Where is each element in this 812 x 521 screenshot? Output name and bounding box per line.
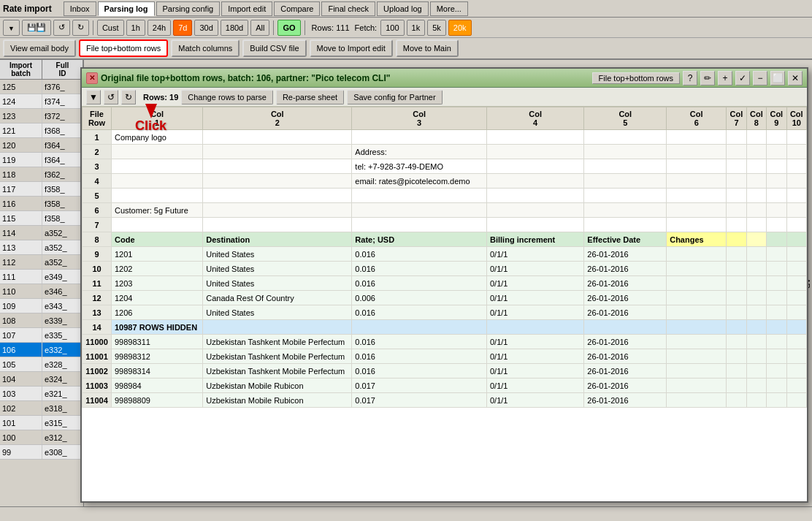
- filter-icon-btn[interactable]: [3, 20, 20, 36]
- modal-overlay: ✕ Original file top+bottom rows, batch: …: [0, 60, 812, 506]
- file-top-bottom-rows-btn[interactable]: File top+bottom rows: [79, 39, 168, 57]
- modal-minus-btn[interactable]: −: [753, 71, 767, 85]
- col8-header: Col8: [746, 107, 766, 130]
- save-btn[interactable]: 💾: [22, 20, 51, 36]
- table-cell: [767, 145, 786, 159]
- modal-x-btn[interactable]: ✕: [788, 71, 803, 85]
- all-btn[interactable]: All: [250, 20, 269, 36]
- table-cell: 99898311: [112, 335, 203, 349]
- 1h-btn[interactable]: 1h: [126, 20, 145, 36]
- table-cell: [584, 130, 667, 145]
- tab-more[interactable]: More...: [430, 1, 468, 16]
- modal-file-btn[interactable]: File top+bottom rows: [592, 72, 680, 84]
- 7d-btn[interactable]: 7d: [173, 20, 192, 36]
- table-cell: 99898312: [112, 349, 203, 364]
- table-cell: 99898314: [112, 364, 203, 379]
- table-cell: [746, 262, 766, 276]
- table-cell: Destination: [203, 232, 352, 247]
- click-text: Click: [135, 118, 166, 134]
- table-cell: [746, 379, 766, 393]
- 30d-btn[interactable]: 30d: [194, 20, 218, 36]
- table-cell: [767, 262, 786, 276]
- table-cell: [746, 247, 766, 262]
- refresh1-btn[interactable]: ↺: [53, 20, 70, 36]
- table-cell: [727, 320, 746, 335]
- col5-header: Col5: [584, 107, 667, 130]
- refresh2-btn[interactable]: ↻: [72, 20, 89, 36]
- table-cell: [112, 189, 203, 203]
- table-cell: [746, 232, 766, 247]
- table-cell: [767, 393, 786, 408]
- build-csv-file-btn[interactable]: Build CSV file: [242, 39, 306, 57]
- tab-parsing-log[interactable]: Parsing log: [98, 1, 155, 16]
- table-cell: 0/1/1: [487, 393, 584, 408]
- view-email-body-btn[interactable]: View email body: [3, 39, 76, 57]
- tab-inbox[interactable]: Inbox: [64, 1, 96, 16]
- tab-compare[interactable]: Compare: [274, 1, 320, 16]
- modal-close-button[interactable]: ✕: [86, 72, 98, 84]
- move-to-import-edit-btn[interactable]: Move to Import edit: [310, 39, 393, 57]
- table-cell: [767, 320, 786, 335]
- table-cell: [352, 130, 487, 145]
- 180d-btn[interactable]: 180d: [221, 20, 248, 36]
- modal-refresh2-btn[interactable]: ↻: [121, 90, 136, 104]
- table-cell: [767, 218, 786, 232]
- tab-final-check[interactable]: Final check: [321, 1, 375, 16]
- table-cell: [786, 145, 806, 159]
- table-cell: [767, 379, 786, 393]
- fetch-5k-btn[interactable]: 5k: [427, 20, 446, 36]
- table-cell: [203, 159, 352, 174]
- modal-table-container[interactable]: FileRow Col1 Col2 Col3 Col4 Col5 Col6 Co…: [82, 107, 807, 501]
- fetch-100-btn[interactable]: 100: [380, 20, 404, 36]
- table-row: 131206United States0.0160/1/126-01-2016: [83, 305, 807, 320]
- refresh2-icon: ↻: [77, 23, 84, 32]
- table-cell: [667, 305, 727, 320]
- fetch-1k-btn[interactable]: 1k: [407, 20, 426, 36]
- table-row: 1410987 ROWS HIDDEN: [83, 320, 807, 335]
- table-cell: United States: [203, 247, 352, 262]
- table-cell: [727, 247, 746, 262]
- table-row: 1100299898314Uzbekistan Tashkent Mobile …: [83, 364, 807, 379]
- table-cell: [746, 159, 766, 174]
- table-cell: 0.016: [352, 276, 487, 291]
- row-number-cell: 1: [83, 130, 112, 145]
- table-row: 111203United States0.0160/1/126-01-2016: [83, 276, 807, 291]
- file-row-header: FileRow: [83, 107, 112, 130]
- change-rows-btn[interactable]: Change rows to parse: [181, 90, 273, 104]
- table-cell: [667, 159, 727, 174]
- table-cell: [727, 364, 746, 379]
- modal-filter-btn[interactable]: ▼: [86, 90, 101, 104]
- table-cell: 0.017: [352, 379, 487, 393]
- modal-window-btn[interactable]: ⬜: [770, 71, 785, 85]
- modal-plus-btn[interactable]: +: [718, 71, 732, 85]
- table-cell: [786, 130, 806, 145]
- tab-parsing-config[interactable]: Parsing config: [156, 1, 221, 16]
- table-cell: [727, 159, 746, 174]
- table-cell: [487, 174, 584, 189]
- tab-import-edit[interactable]: Import edit: [221, 1, 272, 16]
- table-cell: [746, 203, 766, 218]
- modal-question-btn[interactable]: ?: [683, 71, 697, 85]
- match-columns-btn[interactable]: Match columns: [171, 39, 240, 57]
- table-cell: [767, 247, 786, 262]
- reparse-sheet-btn[interactable]: Re-parse sheet: [276, 90, 344, 104]
- table-row: 91201United States0.0160/1/126-01-2016: [83, 247, 807, 262]
- modal-refresh1-btn[interactable]: ↺: [104, 90, 118, 104]
- table-cell: 99898809: [112, 393, 203, 408]
- go-button[interactable]: GO: [277, 20, 300, 36]
- table-cell: [112, 218, 203, 232]
- move-to-main-btn[interactable]: Move to Main: [396, 39, 459, 57]
- modal-table-body: 1Company logo2Address:3tel: +7-928-37-49…: [83, 130, 807, 408]
- window-icon: ⬜: [773, 73, 784, 83]
- tab-upload-log[interactable]: Upload log: [377, 1, 429, 16]
- table-cell: email: rates@picotelecom.demo: [352, 174, 487, 189]
- save-config-partner-btn[interactable]: Save config for Partner: [347, 90, 443, 104]
- 24h-btn[interactable]: 24h: [148, 20, 171, 36]
- modal-check-btn[interactable]: ✓: [735, 71, 750, 85]
- table-cell: 0.016: [352, 349, 487, 364]
- cust-btn[interactable]: Cust: [97, 20, 124, 36]
- table-cell: 26-01-2016: [584, 305, 667, 320]
- modal-pencil-btn[interactable]: ✏: [700, 71, 715, 85]
- main-area: Importbatch FullID 125 f376_ 124 f374_ 1…: [0, 60, 812, 506]
- fetch-20k-btn[interactable]: 20k: [448, 20, 472, 36]
